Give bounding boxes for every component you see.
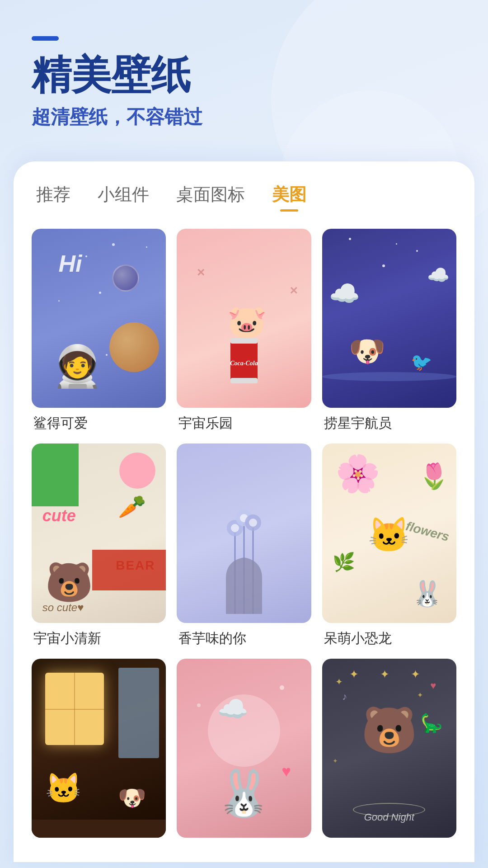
hand-flowers-svg xyxy=(212,487,276,614)
tab-recommend[interactable]: 推荐 xyxy=(36,183,70,209)
wallpaper-label-1: 鲨得可爱 xyxy=(32,414,166,433)
card6-char1-icon: 🌷 xyxy=(418,462,450,491)
header-dash xyxy=(32,36,59,41)
card9-star3: ✦ xyxy=(333,757,338,764)
wallpaper-label-3: 捞星宇航员 xyxy=(322,414,456,433)
card4-bear-icon: 🐻 xyxy=(45,560,93,605)
wallpaper-image-8[interactable]: ☁️ 🐰 ♥ xyxy=(177,659,311,838)
card7-window xyxy=(45,673,104,745)
card1-planet xyxy=(109,322,159,372)
wallpaper-label-5: 香芋味的你 xyxy=(177,629,311,648)
wallpaper-image-2[interactable]: × × Coca-Cola 🐷 xyxy=(177,229,311,408)
card6-flower-icon: 🌸 xyxy=(335,453,380,495)
main-card: 推荐 小组件 桌面图标 美图 xyxy=(14,161,474,862)
card9-star2: ✦ xyxy=(417,691,423,699)
wallpaper-image-1[interactable]: Hi 🧑‍🚀 xyxy=(32,229,166,408)
list-item[interactable]: 香芋味的你 xyxy=(177,443,311,647)
card4-so-cute-text: so cute♥ xyxy=(42,601,84,614)
wallpaper-label-4: 宇宙小清新 xyxy=(32,629,166,648)
wallpaper-image-3[interactable]: ☁️ ☁️ 🐶 🐦 xyxy=(322,229,456,408)
svg-point-12 xyxy=(249,519,257,527)
card3-snoopy-icon: 🐶 xyxy=(349,334,385,368)
card9-heart-icon: ♥ xyxy=(430,680,436,692)
svg-rect-2 xyxy=(230,378,258,383)
header-section: 精美壁纸 超清壁纸，不容错过 xyxy=(0,0,488,152)
card8-bunny-icon: 🐰 xyxy=(216,767,272,820)
card3-cloud2-icon: ☁️ xyxy=(427,264,450,286)
card9-good-night-text: Good Night xyxy=(364,811,414,823)
card8-cloud-icon: ☁️ xyxy=(217,694,249,724)
tab-bar: 推荐 小组件 桌面图标 美图 xyxy=(32,183,456,209)
card7-curtain xyxy=(118,668,159,758)
wallpaper-image-9[interactable]: ✦ ✦ ✦ ♥ ♪ 🐻 🦕 Good Night ✦ ✦ ✦ xyxy=(322,659,456,838)
list-item[interactable]: 🐱 🐶 xyxy=(32,659,166,844)
card4-green-bg xyxy=(32,443,79,506)
card7-char2-icon: 🐶 xyxy=(118,785,146,811)
list-item[interactable]: ☁️ 🐰 ♥ xyxy=(177,659,311,844)
list-item[interactable]: Hi 🧑‍🚀 鲨得可爱 xyxy=(32,229,166,433)
svg-point-8 xyxy=(231,524,239,532)
card1-small-planet xyxy=(112,264,139,292)
card8-dot1 xyxy=(280,685,284,690)
card1-astronaut-icon: 🧑‍🚀 xyxy=(52,343,103,390)
card7-floor xyxy=(32,820,166,838)
card9-note-icon: ♪ xyxy=(342,691,347,703)
coca-cola-can: Coca-Cola xyxy=(226,331,262,390)
card8-dot2 xyxy=(197,703,201,707)
card4-cute-text: cute xyxy=(42,506,76,525)
page-title: 精美壁纸 xyxy=(32,53,456,97)
card6-char2-icon: 🐰 xyxy=(412,579,443,609)
wallpaper-label-6: 呆萌小恐龙 xyxy=(322,629,456,648)
card9-bear-icon: 🐻 xyxy=(361,703,418,757)
svg-text:Coca-Cola: Coca-Cola xyxy=(230,360,258,367)
card9-small-char-icon: 🦕 xyxy=(420,712,443,734)
wallpaper-grid: Hi 🧑‍🚀 鲨得可爱 × × Coc xyxy=(32,229,456,844)
tab-desktop[interactable]: 桌面图标 xyxy=(176,183,245,209)
wallpaper-image-4[interactable]: cute 🥕 🐻 BEAR so cute♥ xyxy=(32,443,166,623)
card2-character-icon: 🐷 xyxy=(227,303,267,340)
card2-deco1: × xyxy=(197,264,205,280)
card6-flowers-text: flowers xyxy=(404,519,451,544)
page-subtitle: 超清壁纸，不容错过 xyxy=(32,104,456,130)
wallpaper-label-2: 宇宙乐园 xyxy=(177,414,311,433)
wallpaper-image-7[interactable]: 🐱 🐶 xyxy=(32,659,166,838)
card4-carrot-icon: 🥕 xyxy=(118,494,146,520)
tab-beauty[interactable]: 美图 xyxy=(272,183,306,209)
card4-pink-circle xyxy=(119,453,155,489)
list-item[interactable]: ☁️ ☁️ 🐶 🐦 捞星宇航员 xyxy=(322,229,456,433)
card6-leaves-icon: 🌿 xyxy=(333,552,355,573)
wallpaper-image-6[interactable]: 🌸 🌷 🐱 🐰 flowers 🌿 xyxy=(322,443,456,623)
list-item[interactable]: × × Coca-Cola 🐷 宇宙乐园 xyxy=(177,229,311,433)
card3-cloud-icon: ☁️ xyxy=(329,279,360,308)
card7-char1-icon: 🐱 xyxy=(45,771,82,806)
wallpaper-image-5[interactable] xyxy=(177,443,311,623)
list-item[interactable]: 🌸 🌷 🐱 🐰 flowers 🌿 呆萌小恐龙 xyxy=(322,443,456,647)
card3-woodstock-icon: 🐦 xyxy=(411,352,432,372)
card2-deco2: × xyxy=(290,283,298,298)
tab-widgets[interactable]: 小组件 xyxy=(98,183,149,209)
card1-hi-text: Hi xyxy=(58,250,82,277)
card9-star1: ✦ xyxy=(335,676,343,687)
list-item[interactable]: cute 🥕 🐻 BEAR so cute♥ 宇宙小清新 xyxy=(32,443,166,647)
list-item[interactable]: ✦ ✦ ✦ ♥ ♪ 🐻 🦕 Good Night ✦ ✦ ✦ xyxy=(322,659,456,844)
card6-dino-icon: 🐱 xyxy=(368,515,410,555)
card8-heart-icon: ♥ xyxy=(282,762,291,780)
